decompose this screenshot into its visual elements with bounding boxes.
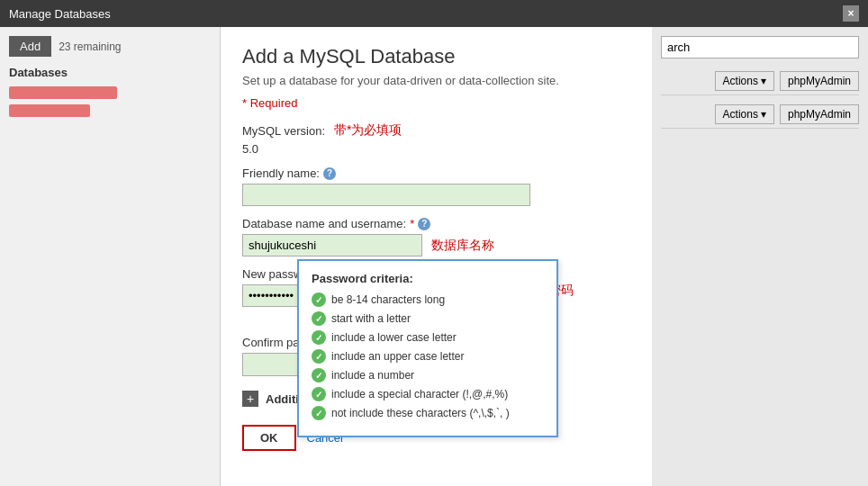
phpmyadmin-button-2[interactable]: phpMyAdmin — [780, 104, 859, 124]
check-icon — [312, 349, 326, 364]
plus-icon[interactable]: + — [242, 391, 258, 407]
title-bar: Manage Databases × — [0, 0, 868, 27]
right-panel: Actions ▾ phpMyAdmin Actions ▾ phpMyAdmi… — [652, 27, 868, 486]
db-name-group: Database name and username: * ? 数据库名称 — [242, 217, 630, 256]
actions-label-2: Actions — [723, 108, 758, 121]
sidebar-actions: Add 23 remaining — [9, 36, 211, 57]
databases-label: Databases — [9, 66, 211, 79]
version-value: 5.0 — [242, 142, 630, 156]
check-icon — [312, 311, 326, 326]
chinese-note: 带*为必填项 — [334, 122, 402, 139]
db-row: Actions ▾ phpMyAdmin — [661, 68, 859, 95]
check-icon — [312, 368, 326, 382]
form-subtitle: Set up a database for your data-driven o… — [242, 74, 630, 87]
sidebar: Add 23 remaining Databases — [0, 27, 221, 486]
check-icon — [312, 406, 326, 420]
db-name-label: Database name and username: * ? — [242, 217, 630, 230]
criteria-item: include a lower case letter — [312, 330, 544, 345]
main-layout: Add 23 remaining Databases Add a MySQL D… — [0, 27, 868, 486]
db-name-input[interactable] — [242, 234, 422, 256]
criteria-item: not include these characters (^,\,$,`, ) — [312, 406, 544, 420]
criteria-title: Password criteria: — [312, 272, 544, 285]
form-panel: Add a MySQL Database Set up a database f… — [221, 27, 652, 486]
mysql-version-label: MySQL version: — [242, 124, 325, 138]
db-row: Actions ▾ phpMyAdmin — [661, 101, 859, 129]
password-criteria-box: Password criteria: be 8-14 characters lo… — [297, 259, 558, 437]
required-label: * Required — [242, 96, 630, 110]
db-name-info-icon[interactable]: ? — [418, 218, 430, 230]
check-icon — [312, 330, 326, 345]
phpmyadmin-button-1[interactable]: phpMyAdmin — [780, 71, 859, 91]
window-title: Manage Databases — [9, 7, 111, 21]
list-item[interactable] — [9, 86, 117, 99]
criteria-item: include an upper case letter — [312, 349, 544, 364]
form-title: Add a MySQL Database — [242, 45, 630, 68]
criteria-item: be 8-14 characters long — [312, 292, 544, 307]
friendly-name-group: Friendly name: ? — [242, 166, 630, 206]
search-input[interactable] — [661, 36, 859, 58]
actions-button-2[interactable]: Actions ▾ — [715, 104, 774, 124]
ok-button[interactable]: OK — [242, 425, 296, 451]
mysql-version-row: MySQL version: 带*为必填项 — [242, 122, 630, 139]
actions-button-1[interactable]: Actions ▾ — [715, 71, 774, 91]
actions-arrow-2: ▾ — [761, 108, 766, 121]
close-button[interactable]: × — [843, 5, 859, 22]
db-name-annotation: 数据库名称 — [431, 238, 494, 254]
criteria-item: start with a letter — [312, 311, 544, 326]
friendly-name-label: Friendly name: ? — [242, 166, 630, 180]
friendly-name-input[interactable] — [242, 184, 530, 206]
actions-arrow-1: ▾ — [761, 75, 766, 87]
criteria-item: include a special character (!,@,#,%) — [312, 387, 544, 401]
actions-label-1: Actions — [723, 75, 758, 87]
list-item[interactable] — [9, 104, 90, 117]
friendly-name-info-icon[interactable]: ? — [323, 167, 336, 180]
check-icon — [312, 387, 326, 401]
add-button[interactable]: Add — [9, 36, 51, 57]
check-icon — [312, 292, 326, 307]
criteria-item: include a number — [312, 368, 544, 382]
remaining-text: 23 remaining — [59, 40, 121, 53]
